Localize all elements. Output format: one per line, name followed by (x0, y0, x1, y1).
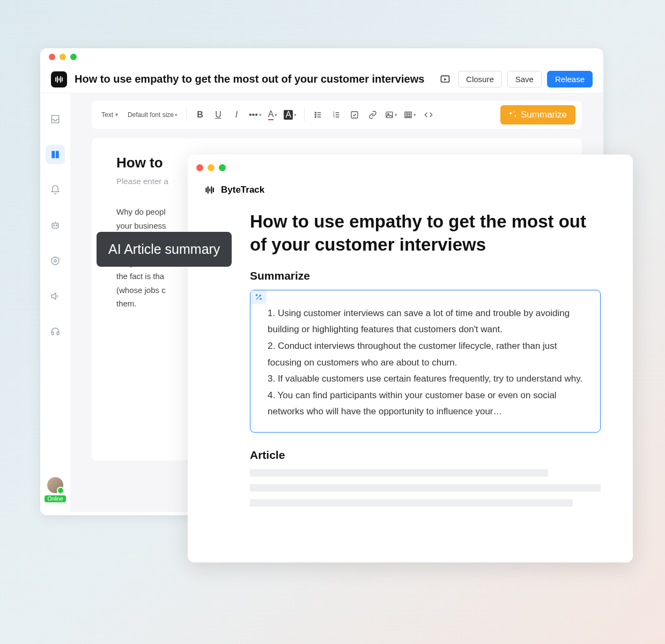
text-style-select[interactable]: Text ▼ (98, 111, 122, 119)
toolbar-separator (304, 108, 305, 121)
numbered-list-icon[interactable]: 123 (328, 107, 344, 123)
save-button[interactable]: Save (507, 71, 542, 87)
sidebar-item-support[interactable] (46, 322, 65, 341)
sidebar-item-notifications[interactable] (46, 180, 65, 200)
window-titlebar (40, 48, 603, 65)
brand-logo: ByteTrack (204, 185, 617, 195)
svg-point-6 (315, 114, 316, 115)
bullet-list-icon[interactable] (310, 107, 326, 123)
formatting-toolbar: Text ▼ Default font size ▾ B U I ••• ▾ A… (92, 101, 582, 129)
maximize-window-icon[interactable] (219, 164, 226, 171)
svg-text:3: 3 (333, 115, 335, 118)
maximize-window-icon[interactable] (70, 54, 77, 60)
text-color-icon[interactable]: A ▾ (266, 107, 280, 123)
summary-popup-window: ByteTrack How to use empathy to get the … (188, 155, 633, 562)
sidebar-item-audio[interactable] (46, 287, 65, 306)
svg-point-4 (54, 260, 56, 262)
header-actions: Closure Save Release (438, 71, 593, 87)
svg-rect-14 (405, 112, 411, 118)
avatar (47, 477, 63, 493)
image-icon[interactable]: ▾ (383, 107, 400, 123)
popup-body: How to use empathy to get the most out o… (188, 205, 633, 530)
underline-icon[interactable]: U (210, 107, 226, 123)
article-skeleton-line (250, 469, 548, 477)
italic-icon[interactable]: I (228, 107, 245, 123)
link-icon[interactable] (365, 107, 381, 123)
svg-point-7 (315, 116, 316, 118)
status-badge: Online (45, 495, 66, 502)
ai-summary-tooltip: AI Article summary (97, 232, 232, 267)
sidebar-item-docs[interactable] (46, 145, 65, 164)
article-skeleton-line (250, 484, 601, 492)
table-icon[interactable]: ▾ (402, 107, 418, 123)
brand-name: ByteTrack (221, 185, 264, 195)
toolbar-separator (186, 108, 187, 121)
sidebar-item-inbox[interactable] (46, 109, 65, 129)
more-formatting-icon[interactable]: ••• ▾ (247, 107, 264, 123)
document-title: How to use empathy to get the most out o… (75, 73, 430, 85)
checklist-icon[interactable] (346, 107, 363, 123)
preview-icon[interactable] (438, 72, 453, 87)
font-size-select[interactable]: Default font size ▾ (124, 111, 181, 119)
sidebar: Online (40, 93, 70, 512)
code-icon[interactable] (420, 107, 437, 123)
summarize-heading: Summarize (250, 269, 601, 282)
minimize-window-icon[interactable] (60, 54, 66, 60)
summary-text: 1. Using customer interviews can save a … (250, 290, 600, 432)
svg-point-3 (56, 225, 57, 226)
popup-titlebar (188, 155, 633, 180)
popup-article-title: How to use empathy to get the most out o… (250, 210, 601, 257)
summarize-button[interactable]: Summarize (500, 105, 575, 125)
article-heading: Article (250, 449, 601, 462)
close-window-icon[interactable] (196, 164, 203, 171)
highlight-color-icon[interactable]: A ▾ (282, 107, 299, 123)
app-logo (51, 71, 67, 87)
user-avatar-block[interactable]: Online (45, 477, 66, 502)
svg-point-5 (315, 112, 316, 113)
sidebar-item-settings[interactable] (46, 251, 65, 270)
popup-brand-header: ByteTrack (188, 180, 633, 205)
release-button[interactable]: Release (547, 71, 593, 87)
sidebar-item-bot[interactable] (46, 216, 65, 235)
article-skeleton-line (250, 499, 573, 507)
svg-point-2 (53, 225, 54, 226)
svg-rect-11 (351, 112, 358, 118)
close-window-icon[interactable] (49, 54, 55, 60)
summary-box: 1. Using customer interviews can save a … (250, 290, 601, 433)
bold-icon[interactable]: B (192, 107, 208, 123)
document-header: How to use empathy to get the most out o… (40, 65, 603, 93)
magic-wand-icon[interactable] (250, 290, 267, 304)
minimize-window-icon[interactable] (208, 164, 215, 171)
closure-button[interactable]: Closure (458, 71, 502, 87)
svg-rect-12 (386, 112, 393, 118)
